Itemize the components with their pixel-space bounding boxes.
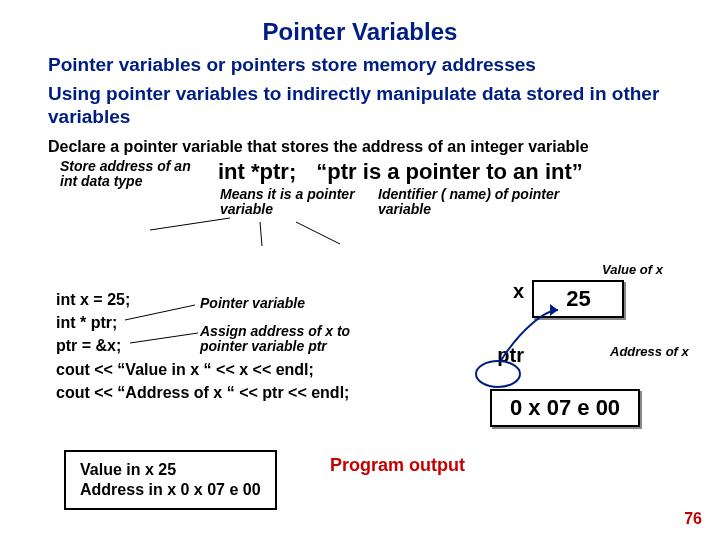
lead-text-2: Using pointer variables to indirectly ma… bbox=[48, 83, 672, 129]
svg-line-1 bbox=[260, 222, 262, 246]
ptr-value-box: 0 x 07 e 00 bbox=[490, 389, 640, 427]
svg-line-0 bbox=[150, 218, 230, 230]
annotation-pointer-variable: Pointer variable bbox=[200, 296, 400, 311]
slide: Pointer Variables Pointer variables or p… bbox=[0, 0, 720, 540]
lead-text-1: Pointer variables or pointers store memo… bbox=[48, 54, 672, 77]
ptr-label: ptr bbox=[490, 344, 524, 367]
page-number: 76 bbox=[684, 510, 702, 528]
code-line-4: cout << “Value in x “ << x << endl; bbox=[56, 358, 349, 381]
x-value-box: 25 bbox=[532, 280, 624, 318]
svg-line-2 bbox=[296, 222, 340, 244]
x-value-annotation: Value of x bbox=[602, 262, 663, 277]
declaration: int *ptr; “ptr is a pointer to an int” bbox=[218, 159, 583, 185]
output-line-1: Value in x 25 bbox=[80, 460, 261, 480]
annotation-assign: Assign address of x to pointer variable … bbox=[200, 324, 400, 355]
output-box: Value in x 25 Address in x 0 x 07 e 00 bbox=[64, 450, 277, 510]
annotation-right: Identifier ( name) of pointer variable bbox=[378, 187, 578, 218]
memory-boxes: x 25 Value of x ptr Address of x 0 x 07 … bbox=[490, 280, 720, 427]
annotation-left: Store address of an int data type bbox=[60, 159, 200, 190]
annotation-middle: Means it is a pointer variable bbox=[220, 187, 370, 218]
program-output-label: Program output bbox=[330, 455, 465, 476]
x-label: x bbox=[490, 280, 524, 303]
code-line-5: cout << “Address of x “ << ptr << endl; bbox=[56, 381, 349, 404]
declaration-code: int *ptr; bbox=[218, 159, 296, 184]
ptr-address-annotation: Address of x bbox=[610, 344, 689, 359]
subheading: Declare a pointer variable that stores t… bbox=[48, 138, 672, 156]
output-line-2: Address in x 0 x 07 e 00 bbox=[80, 480, 261, 500]
declaration-row: Store address of an int data type int *p… bbox=[48, 159, 672, 189]
declaration-quote: “ptr is a pointer to an int” bbox=[316, 159, 582, 184]
slide-title: Pointer Variables bbox=[48, 18, 672, 46]
